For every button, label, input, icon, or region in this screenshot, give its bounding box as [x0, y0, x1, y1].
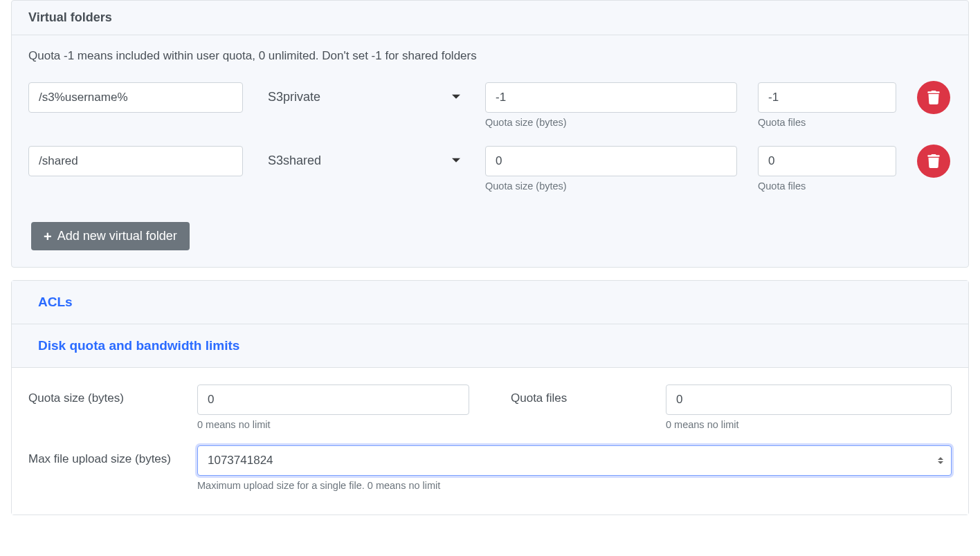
vf-source-select[interactable]: S3shared [264, 146, 464, 176]
add-virtual-folder-button[interactable]: + Add new virtual folder [31, 222, 190, 250]
trash-icon [927, 154, 940, 168]
vf-quota-size-input[interactable] [485, 146, 737, 176]
quota-files-hint: 0 means no limit [666, 419, 952, 430]
add-virtual-folder-label: Add new virtual folder [57, 229, 177, 243]
vf-delete-button[interactable] [917, 145, 950, 178]
max-upload-label: Max file upload size (bytes) [28, 445, 181, 466]
vf-path-input[interactable] [28, 82, 243, 113]
vf-source-value: S3shared [268, 154, 321, 168]
quota-size-input[interactable] [197, 384, 469, 415]
vf-delete-button[interactable] [917, 81, 950, 114]
max-upload-input[interactable] [197, 445, 952, 476]
virtual-folders-help: Quota -1 means included within user quot… [28, 49, 952, 63]
trash-icon [927, 91, 940, 104]
vf-quota-size-label: Quota size (bytes) [485, 180, 737, 192]
disk-quota-body: Quota size (bytes) 0 means no limit Quot… [12, 368, 968, 515]
disk-quota-header[interactable]: Disk quota and bandwidth limits [12, 324, 968, 368]
virtual-folder-row: S3shared Quota size (bytes) Quota files [28, 146, 952, 192]
vf-quota-size-label: Quota size (bytes) [485, 117, 737, 128]
chevron-down-icon [452, 94, 460, 98]
virtual-folders-body: Quota -1 means included within user quot… [12, 35, 968, 267]
vf-quota-files-input[interactable] [758, 146, 896, 176]
quota-size-label: Quota size (bytes) [28, 384, 181, 430]
chevron-down-icon [452, 158, 460, 162]
vf-quota-size-input[interactable] [485, 82, 737, 113]
virtual-folders-card: Virtual folders Quota -1 means included … [11, 0, 969, 268]
quota-size-hint: 0 means no limit [197, 419, 469, 430]
virtual-folders-title: Virtual folders [12, 1, 968, 35]
accordion-card: ACLs Disk quota and bandwidth limits Quo… [11, 280, 969, 515]
virtual-folder-row: S3private Quota size (bytes) Quota files [28, 82, 952, 128]
plus-icon: + [44, 230, 52, 243]
vf-source-select[interactable]: S3private [264, 82, 464, 113]
vf-source-value: S3private [268, 90, 320, 104]
vf-quota-files-label: Quota files [758, 180, 896, 192]
max-upload-hint: Maximum upload size for a single file. 0… [197, 480, 952, 491]
quota-files-label: Quota files [511, 384, 649, 430]
vf-quota-files-input[interactable] [758, 82, 896, 113]
vf-quota-files-label: Quota files [758, 117, 896, 128]
acls-header[interactable]: ACLs [12, 281, 968, 324]
quota-files-input[interactable] [666, 384, 952, 415]
vf-path-input[interactable] [28, 146, 243, 176]
